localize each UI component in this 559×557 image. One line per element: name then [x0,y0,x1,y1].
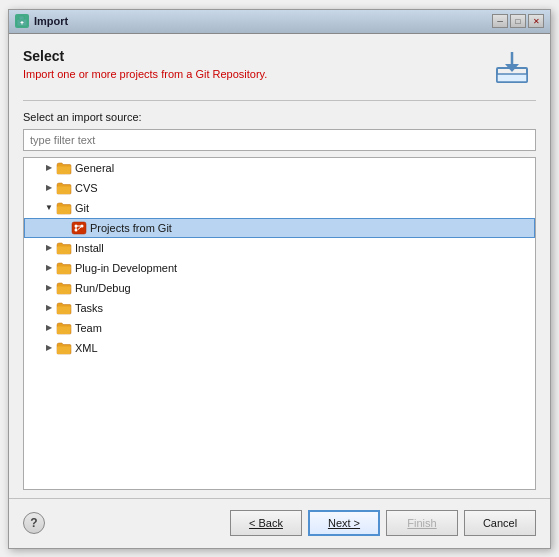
tree-label-xml: XML [75,342,98,354]
folder-icon-general [56,161,72,175]
expand-arrow-cvs[interactable]: ▶ [42,181,56,195]
tree-label-projects-from-git: Projects from Git [90,222,172,234]
title-bar-left: Import [15,14,68,28]
tree-item-plugin-dev[interactable]: ▶ Plug-in Development [24,258,535,278]
window-title: Import [34,15,68,27]
close-button[interactable]: ✕ [528,14,544,28]
back-button[interactable]: < Back [230,510,302,536]
tree-label-tasks: Tasks [75,302,103,314]
folder-icon-team [56,321,72,335]
tree-label-git: Git [75,202,89,214]
svg-rect-3 [22,22,23,25]
expand-arrow-xml[interactable]: ▶ [42,341,56,355]
help-button[interactable]: ? [23,512,45,534]
expand-arrow-git[interactable]: ▼ [42,201,56,215]
tree-item-xml[interactable]: ▶ XML [24,338,535,358]
tree-item-git[interactable]: ▼ Git [24,198,535,218]
title-buttons: ─ □ ✕ [492,14,544,28]
minimize-button[interactable]: ─ [492,14,508,28]
tree-label-team: Team [75,322,102,334]
expand-arrow-tasks[interactable]: ▶ [42,301,56,315]
import-icon [493,50,531,86]
svg-rect-5 [497,74,527,82]
git-projects-icon [71,221,87,235]
header-separator [23,100,536,101]
tree-item-run-debug[interactable]: ▶ Run/Debug [24,278,535,298]
folder-icon-tasks [56,301,72,315]
dialog-title: Select [23,48,488,64]
expand-arrow-install[interactable]: ▶ [42,241,56,255]
title-bar: Import ─ □ ✕ [9,10,550,34]
dialog-footer: ? < Back Next > Finish Cancel [9,498,550,548]
tree-item-tasks[interactable]: ▶ Tasks [24,298,535,318]
header-section: Select Import one or more projects from … [23,48,536,88]
tree-item-cvs[interactable]: ▶ CVS [24,178,535,198]
expand-arrow-general[interactable]: ▶ [42,161,56,175]
tree-label-install: Install [75,242,104,254]
source-label: Select an import source: [23,111,536,123]
window-icon [15,14,29,28]
tree-item-general[interactable]: ▶ General [24,158,535,178]
filter-input[interactable] [23,129,536,151]
folder-icon-cvs [56,181,72,195]
folder-icon-xml [56,341,72,355]
expand-arrow-plugin[interactable]: ▶ [42,261,56,275]
folder-icon-git [56,201,72,215]
tree-item-projects-from-git[interactable]: ▶ Projects from Git [24,218,535,238]
content-area: Select Import one or more projects from … [9,34,550,498]
folder-icon-plugin [56,261,72,275]
tree-item-install[interactable]: ▶ Install [24,238,535,258]
tree-label-cvs: CVS [75,182,98,194]
next-button[interactable]: Next > [308,510,380,536]
import-dialog: Import ─ □ ✕ Select Import one or more p… [8,9,551,549]
folder-icon-install [56,241,72,255]
svg-rect-1 [19,16,24,20]
cancel-button[interactable]: Cancel [464,510,536,536]
footer-buttons: < Back Next > Finish Cancel [230,510,536,536]
finish-button[interactable]: Finish [386,510,458,536]
expand-arrow-run[interactable]: ▶ [42,281,56,295]
maximize-button[interactable]: □ [510,14,526,28]
tree-item-team[interactable]: ▶ Team [24,318,535,338]
header-icon-area [488,48,536,88]
import-source-tree[interactable]: ▶ General ▶ CVS [23,157,536,490]
folder-icon-run [56,281,72,295]
tree-label-plugin-dev: Plug-in Development [75,262,177,274]
footer-left: ? [23,512,45,534]
dialog-subtitle: Import one or more projects from a Git R… [23,68,488,80]
tree-label-run-debug: Run/Debug [75,282,131,294]
header-text: Select Import one or more projects from … [23,48,488,80]
expand-arrow-team[interactable]: ▶ [42,321,56,335]
tree-label-general: General [75,162,114,174]
